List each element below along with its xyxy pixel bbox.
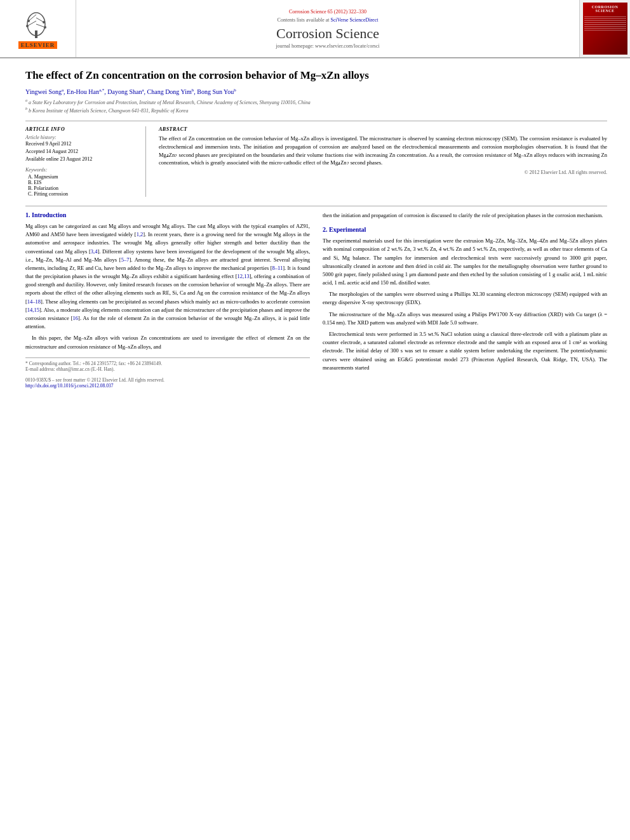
doi-link[interactable]: http://dx.doi.org/10.1016/j.corsci.2012.… — [25, 383, 113, 389]
experimental-para-3: The microstructure of the Mg–xZn alloys … — [323, 310, 607, 327]
article-info-label: Article Info — [25, 126, 137, 132]
cover-title: CORROSIONSCIENCE — [592, 5, 619, 13]
keyword-2: B. EIS — [25, 180, 137, 185]
intro-continued-text: then the initiation and propagation of c… — [323, 211, 607, 220]
journal-center-info: Corrosion Science 65 (2012) 322–330 Cont… — [76, 0, 579, 57]
svg-rect-0 — [35, 30, 37, 38]
elsevier-tree-icon — [16, 8, 60, 40]
abstract-copyright: © 2012 Elsevier Ltd. All rights reserved… — [159, 170, 607, 175]
elsevier-brand-label: ELSEVIER — [18, 41, 58, 49]
intro-para-1: Mg alloys can be categorized as cast Mg … — [25, 222, 310, 331]
svg-point-9 — [44, 26, 46, 29]
abstract-label: Abstract — [159, 126, 607, 132]
received-date: Received 9 April 2012 — [25, 141, 137, 147]
sciverse-prefix: Contents lists available at — [278, 17, 331, 23]
svg-line-3 — [36, 18, 44, 22]
keyword-3: B. Polarization — [25, 185, 137, 191]
journal-title: Corrosion Science — [276, 25, 379, 42]
journal-header: ELSEVIER Corrosion Science 65 (2012) 322… — [0, 0, 630, 58]
svg-point-7 — [43, 21, 45, 23]
history-label: Article history: — [25, 135, 137, 140]
intro-para-2: In this paper, the Mg–xZn alloys with va… — [25, 334, 310, 350]
svg-point-6 — [27, 20, 30, 22]
article-info-abstract-section: Article Info Article history: Received 9… — [25, 121, 607, 197]
affiliations: a a State Key Laboratory for Corrosion a… — [25, 98, 607, 114]
journal-cover-image: CORROSIONSCIENCE — [579, 0, 630, 57]
footnote-area: * Corresponding author. Tel.: +86 24 239… — [25, 357, 310, 389]
footnote-issn: 0010-938X/$ – see front matter © 2012 El… — [25, 377, 310, 383]
authors-line: Yingwei Songa, En-Hou Hana,*, Dayong Sha… — [25, 88, 607, 95]
intro-continued: then the initiation and propagation of c… — [323, 211, 607, 220]
experimental-para-1: The experimental materials used for this… — [323, 237, 607, 287]
body-left-column: 1. Introduction Mg alloys can be categor… — [25, 211, 310, 389]
keyword-1: A. Magnesium — [25, 174, 137, 180]
footnote-email: E-mail address: ehhan@imr.ac.cn (E.-H. H… — [25, 366, 310, 372]
main-content: The effect of Zn concentration on the co… — [0, 58, 630, 399]
keyword-4: C. Pitting corrosion — [25, 191, 137, 197]
author-names: Yingwei Songa, En-Hou Hana,*, Dayong Sha… — [25, 88, 236, 95]
footnote-corresponding: * Corresponding author. Tel.: +86 24 239… — [25, 361, 310, 366]
sciverse-line: Contents lists available at SciVerse Sci… — [278, 17, 379, 23]
body-section: 1. Introduction Mg alloys can be categor… — [25, 206, 607, 389]
accepted-date: Accepted 14 August 2012 — [25, 149, 137, 154]
journal-citation: Corrosion Science 65 (2012) 322–330 — [289, 9, 366, 15]
affiliation-a: a a State Key Laboratory for Corrosion a… — [25, 98, 607, 106]
body-two-columns: 1. Introduction Mg alloys can be categor… — [25, 211, 607, 389]
article-info-column: Article Info Article history: Received 9… — [25, 126, 146, 197]
body-right-column: then the initiation and propagation of c… — [323, 211, 607, 389]
abstract-text: The effect of Zn concentration on the co… — [159, 135, 607, 167]
svg-line-5 — [36, 24, 45, 27]
svg-point-8 — [26, 25, 29, 27]
elsevier-logo: ELSEVIER — [0, 0, 76, 57]
experimental-heading: 2. Experimental — [323, 226, 607, 233]
journal-homepage: journal homepage: www.elsevier.com/locat… — [276, 43, 379, 49]
paper-title: The effect of Zn concentration on the co… — [25, 69, 607, 83]
cover-decorative-lines — [584, 15, 626, 32]
footnote-doi: http://dx.doi.org/10.1016/j.corsci.2012.… — [25, 383, 310, 389]
intro-heading: 1. Introduction — [25, 211, 310, 218]
sciverse-link[interactable]: SciVerse ScienceDirect — [331, 17, 379, 23]
affiliation-b: b b Korea Institute of Materials Science… — [25, 106, 607, 114]
available-date: Available online 23 August 2012 — [25, 156, 137, 162]
intro-body-text: Mg alloys can be categorized as cast Mg … — [25, 222, 310, 351]
experimental-body-text: The experimental materials used for this… — [323, 237, 607, 372]
experimental-para-2: The morphologies of the samples were obs… — [323, 290, 607, 307]
cover-box: CORROSIONSCIENCE — [583, 3, 627, 55]
keywords-label: Keywords: — [25, 167, 137, 173]
experimental-para-4: Electrochemical tests were performed in … — [323, 330, 607, 372]
abstract-column: Abstract The effect of Zn concentration … — [159, 126, 607, 197]
